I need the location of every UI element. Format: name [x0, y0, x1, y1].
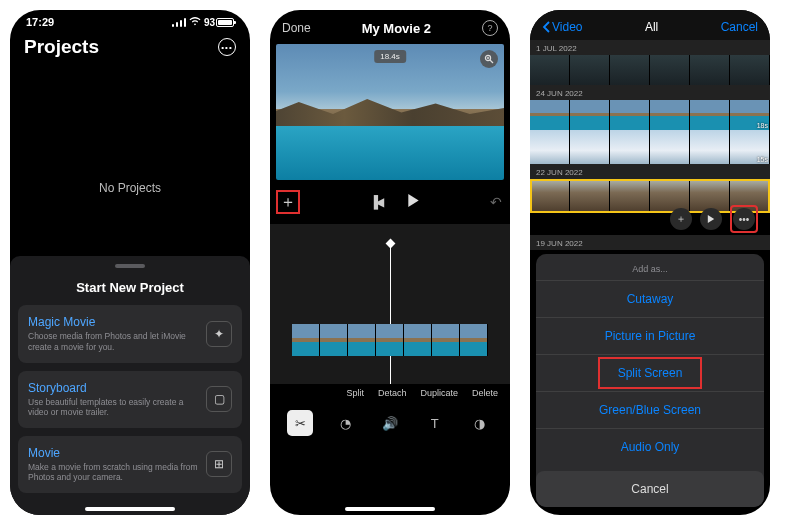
sheet-header: Add as... [536, 254, 764, 280]
play-clip-icon[interactable] [700, 208, 722, 230]
status-bar: 17:29 93 [10, 10, 250, 30]
sheet-handle[interactable] [115, 264, 145, 268]
projects-header: Projects ••• [10, 30, 250, 66]
option-pip[interactable]: Picture in Picture [536, 317, 764, 354]
option-split-screen[interactable]: Split Screen [536, 354, 764, 391]
text-icon[interactable]: T [422, 410, 448, 436]
add-media-button[interactable]: ＋ [276, 190, 300, 214]
speed-icon[interactable]: ◔ [332, 410, 358, 436]
phone-media-picker: Video All Cancel 1 JUL 2022 24 JUN 2022 … [530, 10, 770, 515]
card-title: Magic Movie [28, 315, 198, 329]
playhead[interactable] [390, 244, 391, 384]
card-magic-movie[interactable]: Magic Movie Choose media from Photos and… [18, 305, 242, 362]
home-indicator[interactable] [345, 507, 435, 511]
action-delete[interactable]: Delete [472, 388, 498, 398]
thumb-row[interactable] [530, 55, 770, 85]
option-cutaway[interactable]: Cutaway [536, 280, 764, 317]
filter-icon[interactable]: ◑ [467, 410, 493, 436]
clip-actions: Split Detach Duplicate Delete [270, 384, 510, 400]
video-preview[interactable]: 18.4s [276, 44, 504, 180]
phone-editor: Done My Movie 2 ? 18.4s ＋ ▐◀ ↶ Split Det… [270, 10, 510, 515]
editor-header: Done My Movie 2 ? [270, 10, 510, 44]
volume-icon[interactable]: 🔊 [377, 410, 403, 436]
undo-icon[interactable]: ↶ [490, 194, 502, 210]
preview-time: 18.4s [374, 50, 406, 63]
page-title: Projects [24, 36, 99, 58]
zoom-icon[interactable] [480, 50, 498, 68]
card-title: Movie [28, 446, 198, 460]
help-icon[interactable]: ? [482, 20, 498, 36]
card-sub: Choose media from Photos and let iMovie … [28, 331, 198, 352]
timeline[interactable] [270, 224, 510, 384]
card-title: Storyboard [28, 381, 198, 395]
add-clip-icon[interactable]: ＋ [670, 208, 692, 230]
editor-toolbar: ✂ ◔ 🔊 T ◑ [270, 400, 510, 450]
thumb-row[interactable] [530, 130, 770, 164]
done-button[interactable]: Done [282, 21, 311, 35]
option-audio-only[interactable]: Audio Only [536, 428, 764, 465]
status-time: 17:29 [26, 16, 54, 28]
new-project-sheet: Start New Project Magic Movie Choose med… [10, 256, 250, 515]
signal-icon [172, 18, 186, 27]
picker-header: Video All Cancel [530, 10, 770, 40]
status-right: 93 [172, 17, 234, 28]
back-button[interactable]: Video [542, 20, 582, 34]
clip-duration: 18s [757, 122, 768, 129]
scissors-icon[interactable]: ✂ [287, 410, 313, 436]
project-title: My Movie 2 [362, 21, 431, 36]
movie-icon: ⊞ [206, 451, 232, 477]
add-as-sheet: Add as... Cutaway Picture in Picture Spl… [536, 254, 764, 507]
section-date: 22 JUN 2022 [530, 164, 770, 179]
sheet-cancel[interactable]: Cancel [536, 471, 764, 507]
clip-floating-controls: ＋ ••• [670, 205, 758, 233]
sheet-title: Start New Project [18, 280, 242, 295]
wifi-icon [189, 17, 201, 28]
storyboard-icon: ▢ [206, 386, 232, 412]
svg-line-1 [490, 60, 493, 63]
card-movie[interactable]: Movie Make a movie from scratch using me… [18, 436, 242, 493]
magic-wand-icon: ✦ [206, 321, 232, 347]
option-green-screen[interactable]: Green/Blue Screen [536, 391, 764, 428]
tab-all[interactable]: All [645, 20, 658, 34]
skip-back-icon[interactable]: ▐◀ [370, 195, 382, 209]
card-sub: Use beautiful templates to easily create… [28, 397, 198, 418]
cancel-button[interactable]: Cancel [721, 20, 758, 34]
playback-controls: ＋ ▐◀ ↶ [270, 180, 510, 224]
more-icon[interactable]: ••• [218, 38, 236, 56]
section-date: 1 JUL 2022 [530, 40, 770, 55]
more-options-icon[interactable]: ••• [733, 208, 755, 230]
card-sub: Make a movie from scratch using media fr… [28, 462, 198, 483]
card-storyboard[interactable]: Storyboard Use beautiful templates to ea… [18, 371, 242, 428]
timeline-clip[interactable] [292, 324, 488, 356]
battery-icon: 93 [204, 17, 234, 28]
action-duplicate[interactable]: Duplicate [420, 388, 458, 398]
action-detach[interactable]: Detach [378, 388, 407, 398]
home-indicator[interactable] [85, 507, 175, 511]
chevron-left-icon [542, 21, 550, 33]
action-split[interactable]: Split [346, 388, 364, 398]
section-date: 19 JUN 2022 [530, 235, 770, 250]
more-options-highlight: ••• [730, 205, 758, 233]
phone-projects: 17:29 93 Projects ••• No Projects Start … [10, 10, 250, 515]
section-date: 24 JUN 2022 [530, 85, 770, 100]
empty-state: No Projects [10, 181, 250, 195]
thumb-row[interactable] [530, 100, 770, 130]
play-icon[interactable] [407, 194, 420, 210]
clip-duration: 15s [757, 156, 768, 163]
